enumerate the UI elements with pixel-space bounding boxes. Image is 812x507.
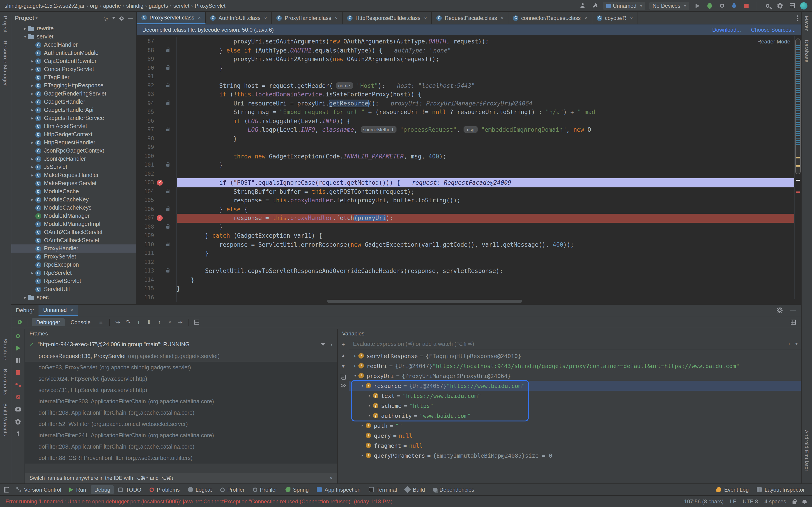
breakpoint-slot[interactable] [156, 55, 164, 64]
device-select[interactable]: No Devices ▾ [649, 2, 689, 10]
chevron-right-icon[interactable]: ▸ [30, 198, 35, 202]
breakpoint-slot[interactable] [156, 293, 164, 302]
settings-button[interactable] [775, 306, 784, 315]
tree-item-gadgetshandler[interactable]: ▸CGadgetsHandler [11, 98, 136, 106]
force-step-into-icon[interactable]: ⇓ [145, 318, 154, 326]
close-icon[interactable]: × [70, 307, 73, 313]
toolwindow-button-todo[interactable]: TODO [115, 485, 145, 494]
chevron-right-icon[interactable]: ▸ [352, 353, 358, 358]
tree-item-oauthcallbackservlet[interactable]: COAuthCallbackServlet [11, 236, 136, 244]
breakpoint-slot[interactable] [156, 240, 164, 249]
breakpoint-slot[interactable] [156, 258, 164, 267]
toolwindow-button-spring[interactable]: Spring [282, 485, 312, 494]
code-line-113[interactable]: 113 ServletUtil.copyToServletResponseAnd… [137, 267, 801, 275]
file-encoding[interactable]: UTF-8 [743, 498, 758, 505]
breakpoint-slot[interactable] [156, 64, 164, 72]
line-number[interactable]: 90 [137, 64, 156, 72]
debug-session-tab[interactable]: Unnamed × [39, 305, 78, 316]
settings-button[interactable] [14, 418, 22, 425]
frame-row[interactable]: doFilter:88, CSRFPreventionFilter(org.ws… [25, 452, 337, 463]
tree-item-rpcswfservlet[interactable]: CRpcSwfServlet [11, 277, 136, 285]
breakpoint-slot[interactable] [156, 249, 164, 258]
rerun-button[interactable] [15, 318, 24, 327]
editor-scrollbar[interactable] [794, 36, 801, 299]
chevron-right-icon[interactable]: ▸ [30, 67, 35, 71]
frame-row[interactable]: processRequest:136, ProxyServlet(org.apa… [25, 350, 337, 362]
hide-panel-icon[interactable]: — [128, 15, 133, 21]
add-icon[interactable]: + [788, 342, 791, 346]
close-icon[interactable]: × [335, 15, 338, 20]
frame-row[interactable]: service:731, HttpServlet(javax.servlet.h… [25, 384, 337, 396]
chevron-right-icon[interactable]: ▸ [367, 403, 373, 408]
evaluate-input[interactable] [353, 341, 783, 347]
drop-frame-icon[interactable]: × [165, 318, 174, 326]
variable-row-servletresponse[interactable]: ▸fservletResponse={ETaggingHttpResponse@… [349, 351, 801, 361]
toolwindow-button-dependencies[interactable]: Dependencies [429, 485, 478, 494]
line-number[interactable]: 115 [137, 284, 156, 293]
code-line-104[interactable]: 104 StringBuffer buffer = this.getPOSTCo… [137, 187, 801, 196]
line-number[interactable]: 111 [137, 249, 156, 258]
line-number[interactable]: 100 [137, 152, 156, 161]
line-number[interactable]: 112 [137, 258, 156, 267]
chevron-right-icon[interactable]: ▸ [352, 363, 358, 368]
chevron-down-icon[interactable]: ▾ [36, 16, 38, 20]
chevron-down-icon[interactable]: ▾ [352, 374, 358, 378]
line-number[interactable]: 92 [137, 81, 156, 90]
window-switcher-icon[interactable] [4, 487, 9, 492]
line-number[interactable]: 91 [137, 72, 156, 81]
code-line-110[interactable]: 110 response = ServletUtil.errorResponse… [137, 240, 801, 249]
code-line-87[interactable]: 87 proxyUri.setOAuthArguments(new OAuthA… [137, 37, 801, 46]
variable-row-authority[interactable]: ▸fauthority="www.baidu.com" [349, 410, 801, 420]
line-number[interactable]: 89 [137, 55, 156, 64]
tree-item-rewrite[interactable]: ▸rewrite [11, 24, 136, 33]
project-panel-title[interactable]: Project [15, 15, 34, 21]
chevron-right-icon[interactable]: ▸ [359, 453, 366, 458]
chevron-down-icon[interactable]: ▾ [22, 35, 28, 39]
show-execution-point-icon[interactable]: ↪ [113, 318, 122, 326]
chevron-right-icon[interactable]: ▸ [367, 413, 373, 418]
toolwindow-button-event-log[interactable]: Event Log [713, 485, 752, 494]
toolwindow-button-logcat[interactable]: Logcat [184, 485, 215, 494]
caret-position[interactable]: 107:56 (8 chars) [684, 498, 724, 505]
code-line-101[interactable]: 101 } [137, 161, 801, 170]
tree-item-moduleidmanagerimpl[interactable]: CModuleIdManagerImpl [11, 220, 136, 228]
gear-icon[interactable] [120, 16, 123, 20]
tree-item-cajacontentrewriter[interactable]: ▸CCajaContentRewriter [11, 57, 136, 65]
chevron-right-icon[interactable]: ▸ [30, 173, 35, 177]
variable-row-scheme[interactable]: ▸fscheme="https" [349, 401, 801, 410]
chevron-right-icon[interactable]: ▸ [30, 271, 35, 275]
filter-icon[interactable] [321, 343, 325, 348]
step-into-icon[interactable]: ↓ [134, 318, 143, 326]
lock-icon[interactable] [793, 501, 796, 504]
line-number[interactable]: 99 [137, 143, 156, 152]
breakpoint-slot[interactable] [156, 196, 164, 205]
breakpoint-slot[interactable] [156, 108, 164, 117]
resume-button[interactable] [14, 344, 22, 352]
rerun-button[interactable] [14, 332, 22, 340]
breakpoint-icon[interactable]: ✓ [157, 180, 163, 186]
horizontal-scrollbar[interactable] [327, 300, 522, 303]
tree-item-jsonrpcgadgetcontext[interactable]: CJsonRpcGadgetContext [11, 147, 136, 155]
breakpoint-slot[interactable] [156, 46, 164, 55]
layout-settings-icon[interactable] [789, 318, 798, 327]
tree-item-modulecachekeys[interactable]: CModuleCacheKeys [11, 204, 136, 212]
close-icon[interactable]: × [630, 15, 633, 20]
breakpoint-slot[interactable] [156, 37, 164, 46]
code-line-94[interactable]: 94 Uri resourceUri = proxyUri.getResourc… [137, 99, 801, 108]
variable-row-resource[interactable]: ▾fresource={Uri@24057} "https://www.baid… [349, 381, 801, 391]
line-number[interactable]: 94 [137, 99, 156, 108]
minimize-icon[interactable]: — [789, 306, 798, 315]
frame-row[interactable]: doFilter:52, WsFilter(org.apache.tomcat.… [25, 418, 337, 430]
chevron-down-icon[interactable]: ▾ [331, 342, 333, 347]
tool-strip-project[interactable]: Project [3, 16, 8, 33]
tree-item-htmlaccelservlet[interactable]: CHtmlAccelServlet [11, 122, 136, 130]
tool-strip-resource-manager[interactable]: Resource Manager [3, 41, 8, 86]
share-icon[interactable] [578, 2, 587, 10]
line-number[interactable]: 108 [137, 223, 156, 231]
layout-button[interactable] [788, 2, 796, 10]
copy-icon[interactable] [341, 374, 344, 378]
thread-dump-button[interactable] [14, 406, 22, 413]
line-number[interactable]: 101 [137, 161, 156, 170]
search-button[interactable] [764, 2, 772, 10]
close-icon[interactable]: × [329, 475, 333, 481]
